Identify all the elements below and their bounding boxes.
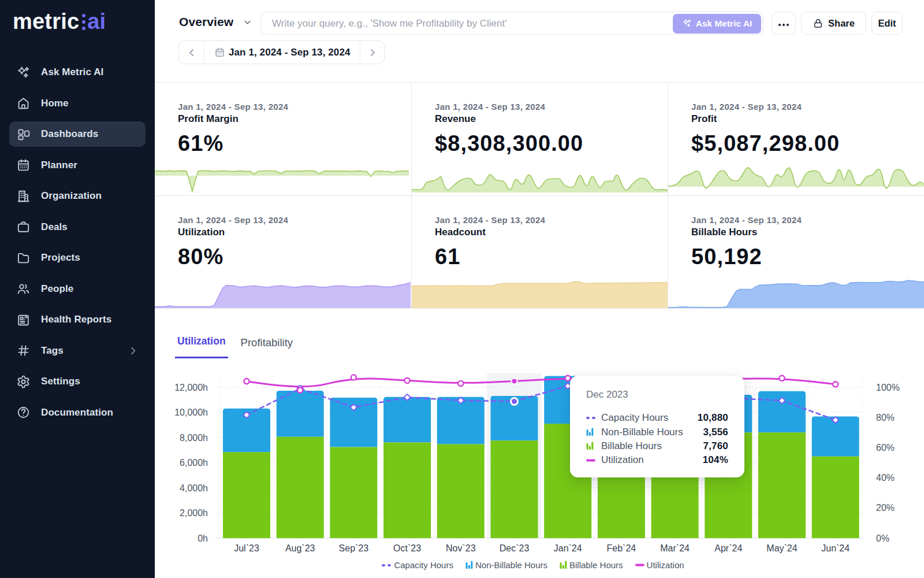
svg-text:Aug`23: Aug`23 — [285, 543, 315, 553]
svg-text:Mar`24: Mar`24 — [660, 543, 690, 553]
svg-text:Feb`24: Feb`24 — [607, 543, 636, 553]
svg-text:Dec`23: Dec`23 — [500, 543, 530, 553]
svg-text:Jul`23: Jul`23 — [234, 543, 259, 553]
svg-text:Jan`24: Jan`24 — [554, 543, 582, 553]
svg-text:40%: 40% — [876, 473, 895, 483]
svg-text:Sep`23: Sep`23 — [339, 543, 369, 553]
svg-text:100%: 100% — [876, 383, 900, 392]
svg-text:6,000h: 6,000h — [180, 458, 208, 468]
svg-text:4,000h: 4,000h — [180, 483, 208, 493]
svg-text:10,000h: 10,000h — [174, 407, 208, 417]
svg-text:60%: 60% — [876, 443, 895, 453]
svg-text:80%: 80% — [876, 413, 895, 423]
svg-text:May`24: May`24 — [766, 543, 797, 553]
svg-text:Jun`24: Jun`24 — [821, 543, 850, 553]
svg-text:Oct`23: Oct`23 — [393, 543, 421, 553]
svg-text:Apr`24: Apr`24 — [714, 543, 742, 553]
svg-text:Nov`23: Nov`23 — [446, 543, 476, 553]
svg-text:8,000h: 8,000h — [180, 433, 208, 443]
svg-text:0h: 0h — [198, 533, 208, 543]
svg-text:20%: 20% — [876, 503, 895, 513]
svg-text:2,000h: 2,000h — [180, 508, 208, 518]
svg-text:12,000h: 12,000h — [174, 383, 208, 392]
svg-text:0%: 0% — [876, 533, 889, 543]
